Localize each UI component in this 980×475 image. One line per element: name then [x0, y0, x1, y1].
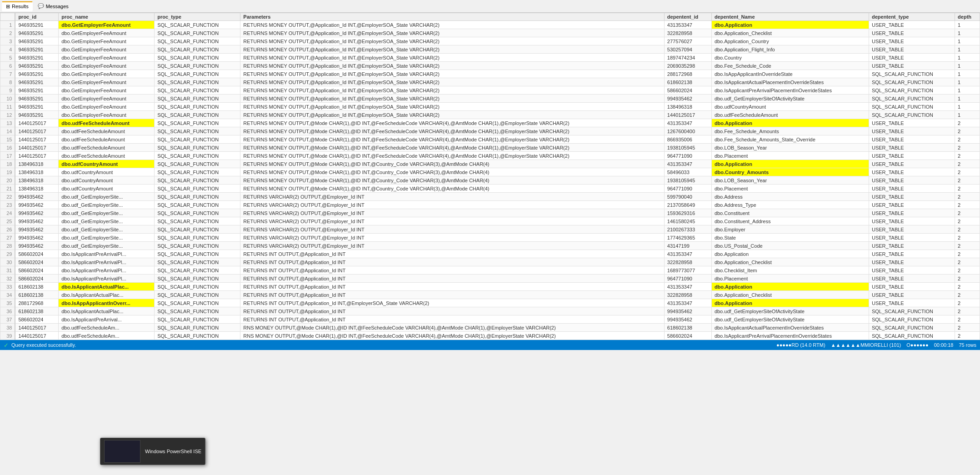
cell-proc_type: SQL_SCALAR_FUNCTION — [155, 21, 240, 29]
cell-parameters: RETURNS MONEY OUTPUT,@Application_Id INT… — [240, 103, 665, 111]
cell-rownum: 19 — [0, 168, 15, 176]
cell-rownum: 34 — [0, 291, 15, 299]
results-tab[interactable]: ⊞ Results — [2, 1, 33, 11]
cell-depth: 2 — [955, 152, 980, 160]
table-row: 131440125017dbo.udfFeeScheduleAmountSQL_… — [0, 119, 980, 127]
cell-rownum: 4 — [0, 45, 15, 54]
cell-proc_type: SQL_SCALAR_FUNCTION — [155, 144, 240, 152]
cell-proc_type: SQL_SCALAR_FUNCTION — [155, 299, 240, 307]
cell-proc_name: dbo.IsAppApplicantInOverr... — [59, 299, 155, 307]
cell-depentent_id: 431353347 — [664, 119, 711, 127]
cell-proc_name: dbo.IsApplicantActualPlac... — [59, 291, 155, 299]
cell-depentent_Name: dbo.Application — [711, 250, 869, 258]
cell-depentent_Name: dbo.Fee_Schedule_Amounts — [711, 127, 869, 135]
cell-proc_name: dbo.udfFeeScheduleAmount — [59, 127, 155, 135]
cell-rownum: 29 — [0, 250, 15, 258]
cell-depentent_type: USER_TABLE — [869, 152, 955, 160]
cell-depth: 1 — [955, 21, 980, 29]
status-left: ✓ Query executed successfully. — [4, 342, 76, 349]
col-proc_id[interactable]: proc_id — [15, 13, 58, 21]
cell-depentent_id: 288172968 — [664, 70, 711, 78]
cell-depentent_id: 964771090 — [664, 152, 711, 160]
cell-parameters: RETURNS MONEY OUTPUT,@Application_Id INT… — [240, 86, 665, 95]
cell-depentent_type: USER_TABLE — [869, 291, 955, 299]
cell-rownum: 5 — [0, 54, 15, 62]
cell-depentent_type: SQL_SCALAR_FUNCTION — [869, 315, 955, 324]
col-depth[interactable]: depth — [955, 13, 980, 21]
cell-proc_id: 138496318 — [15, 176, 58, 185]
cell-depth: 1 — [955, 78, 980, 86]
cell-proc_type: SQL_SCALAR_FUNCTION — [155, 234, 240, 242]
powershell-popup[interactable]: Windows PowerShell ISE — [100, 438, 205, 465]
cell-depentent_type: SQL_SCALAR_FUNCTION — [869, 86, 955, 95]
cell-depentent_Name: dbo.IsApplicantPreArrivalPlacementInOver… — [711, 332, 869, 340]
col-depentent_Name[interactable]: depentent_Name — [711, 13, 869, 21]
messages-tab[interactable]: 💬 Messages — [34, 1, 73, 11]
cell-parameters: RETURNS MONEY OUTPUT,@Application_Id INT… — [240, 95, 665, 103]
table-row: 34618602138dbo.IsApplicantActualPlac...S… — [0, 291, 980, 299]
cell-parameters: RETURNS MONEY OUTPUT,@Mode CHAR(1),@ID I… — [240, 127, 665, 135]
cell-proc_type: SQL_SCALAR_FUNCTION — [155, 176, 240, 185]
cell-depentent_type: USER_TABLE — [869, 225, 955, 234]
user-info: ▲▲▲▲▲▲MMIORELLI (101) — [831, 342, 901, 348]
cell-depth: 2 — [955, 160, 980, 168]
cell-proc_name: dbo.GetEmployerFeeAmount — [59, 54, 155, 62]
cell-proc_name: dbo.udf_GetEmployerSite... — [59, 225, 155, 234]
cell-parameters: RNS MONEY OUTPUT,@Mode CHAR(1),@ID INT,@… — [240, 332, 665, 340]
cell-proc_name: dbo.udfCountryAmount — [59, 160, 155, 168]
cell-parameters: RETURNS INT OUTPUT,@Application_Id INT — [240, 307, 665, 315]
cell-depentent_Name: dbo.IsApplicantActualPlacementInOverride… — [711, 78, 869, 86]
results-toolbar: ⊞ Results 💬 Messages — [0, 0, 980, 13]
cell-depentent_Name: dbo.Application — [711, 21, 869, 29]
cell-depentent_type: USER_TABLE — [869, 45, 955, 54]
cell-depth: 2 — [955, 185, 980, 193]
cell-proc_type: SQL_SCALAR_FUNCTION — [155, 168, 240, 176]
cell-proc_id: 138496318 — [15, 160, 58, 168]
cell-rownum: 33 — [0, 283, 15, 291]
cell-depth: 1 — [955, 62, 980, 70]
cell-rownum: 7 — [0, 70, 15, 78]
cell-proc_type: SQL_SCALAR_FUNCTION — [155, 86, 240, 95]
cell-depth: 2 — [955, 144, 980, 152]
col-proc_type[interactable]: proc_type — [155, 13, 240, 21]
table-row: 9946935291dbo.GetEmployerFeeAmountSQL_SC… — [0, 86, 980, 95]
cell-depentent_id: 431353347 — [664, 160, 711, 168]
cell-depentent_id: 431353347 — [664, 283, 711, 291]
table-row: 5946935291dbo.GetEmployerFeeAmountSQL_SC… — [0, 54, 980, 62]
cell-proc_id: 288172968 — [15, 299, 58, 307]
cell-proc_name: dbo.udf_GetEmployerSite... — [59, 234, 155, 242]
cell-depth: 2 — [955, 275, 980, 283]
col-depentent_id[interactable]: depentent_id — [664, 13, 711, 21]
cell-rownum: 21 — [0, 185, 15, 193]
table-container[interactable]: proc_id proc_name proc_type Parameters d… — [0, 13, 980, 340]
cell-depentent_id: 431353347 — [664, 299, 711, 307]
cell-proc_name: dbo.GetEmployerFeeAmount — [59, 70, 155, 78]
cell-depentent_id: 1938105945 — [664, 144, 711, 152]
col-parameters[interactable]: Parameters — [240, 13, 665, 21]
cell-parameters: RETURNS INT OUTPUT,@Application_Id INT — [240, 250, 665, 258]
cell-proc_type: SQL_SCALAR_FUNCTION — [155, 29, 240, 37]
table-row: 11946935291dbo.GetEmployerFeeAmountSQL_S… — [0, 103, 980, 111]
cell-parameters: RETURNS INT OUTPUT,@Application_Id INT — [240, 266, 665, 275]
cell-depth: 2 — [955, 324, 980, 332]
col-proc_name[interactable]: proc_name — [59, 13, 155, 21]
cell-depth: 2 — [955, 307, 980, 315]
cell-proc_id: 1440125017 — [15, 152, 58, 160]
cell-parameters: RETURNS MONEY OUTPUT,@Application_Id INT… — [240, 29, 665, 37]
col-depentent_type[interactable]: depentent_type — [869, 13, 955, 21]
cell-rownum: 39 — [0, 332, 15, 340]
cell-proc_name: dbo.udfFeeScheduleAmount — [59, 119, 155, 127]
cell-rownum: 30 — [0, 258, 15, 266]
col-rownum[interactable] — [0, 13, 15, 21]
cell-parameters: RETURNS VARCHAR(2) OUTPUT,@Employer_Id I… — [240, 193, 665, 201]
cell-depentent_Name: dbo.Constituent — [711, 209, 869, 217]
cell-parameters: RNS MONEY OUTPUT,@Mode CHAR(1),@ID INT,@… — [240, 324, 665, 332]
cell-rownum: 23 — [0, 201, 15, 209]
cell-depentent_type: USER_TABLE — [869, 209, 955, 217]
cell-proc_name: dbo.GetEmployerFeeAmount — [59, 21, 155, 29]
cell-rownum: 25 — [0, 217, 15, 225]
table-row: 36618602138dbo.IsApplicantActualPlac...S… — [0, 307, 980, 315]
cell-depentent_type: USER_TABLE — [869, 250, 955, 258]
cell-proc_name: dbo.udf_GetEmployerSite... — [59, 209, 155, 217]
cell-depentent_Name: dbo.Country — [711, 54, 869, 62]
